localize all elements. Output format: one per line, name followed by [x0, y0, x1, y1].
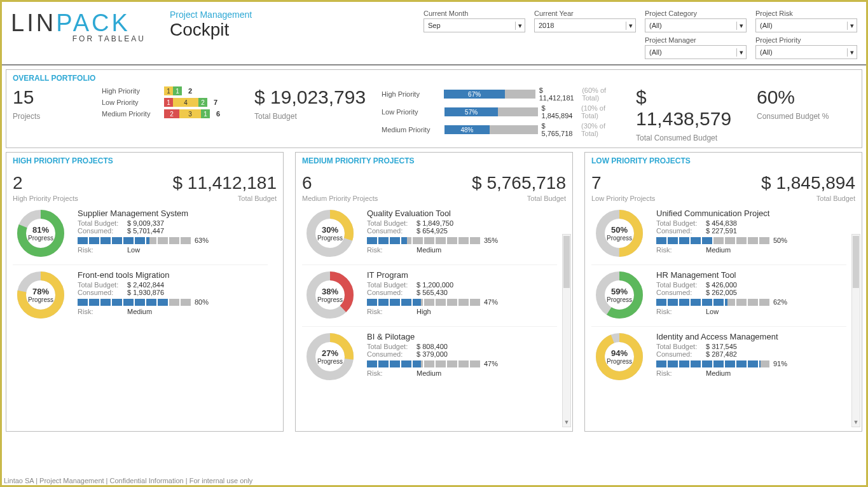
- header: LINPACK FOR TABLEAU Project Management C…: [2, 2, 866, 65]
- filter-dropdown[interactable]: (All)▾: [755, 45, 857, 59]
- overall-title: OVERALL PORTFOLIO: [13, 74, 855, 83]
- scrollbar[interactable]: ▲▼: [851, 234, 860, 427]
- consumed-pct: 35%: [484, 237, 498, 244]
- filter-value: (All): [649, 22, 662, 29]
- chevron-down-icon: ▾: [847, 48, 854, 57]
- consumed-bar: 57%: [444, 107, 537, 116]
- consumed-share: (30% of Total): [581, 122, 623, 137]
- consumed-bar: [656, 360, 771, 367]
- project-name: HR Management Tool: [656, 270, 846, 280]
- filter-label: Project Category: [645, 10, 747, 17]
- project-total-budget: $ 9,009,337: [127, 219, 164, 227]
- project-total-budget: $ 454,838: [706, 219, 737, 227]
- project-consumed: $ 565,430: [417, 289, 448, 296]
- priority-stacked-bar: 231: [164, 109, 210, 118]
- project-list: 81%ProgressSupplier Management SystemTot…: [13, 209, 277, 399]
- title-section: Project Management: [170, 10, 252, 20]
- logo: LINPACK FOR TABLEAU: [11, 10, 163, 43]
- priority-column: LOW PRIORITY PROJECTS7$ 1,845,894Low Pri…: [584, 152, 862, 432]
- priority-total: 6: [216, 110, 220, 118]
- chevron-down-icon: ▾: [736, 48, 743, 57]
- consumed-pct: 62%: [773, 298, 787, 306]
- scroll-down-icon[interactable]: ▼: [563, 418, 570, 427]
- projects-count: 15: [13, 86, 89, 108]
- consumed-share: (10% of Total): [581, 104, 623, 120]
- scroll-thumb[interactable]: [563, 236, 570, 288]
- project-card: 94%ProgressIdentity and Access Managemen…: [591, 326, 846, 381]
- project-name: Supplier Management System: [78, 209, 268, 218]
- filter-dropdown[interactable]: (All)▾: [645, 45, 747, 59]
- project-name: Identity and Access Management: [656, 332, 846, 341]
- progress-donut: 27%Progress: [302, 332, 358, 381]
- progress-donut: 30%Progress: [302, 209, 358, 258]
- project-name: Quality Evaluation Tool: [367, 209, 557, 218]
- scroll-down-icon[interactable]: ▼: [852, 418, 860, 427]
- progress-donut: 81%Progress: [13, 209, 69, 258]
- column-budget-label: Total Budget: [816, 195, 855, 202]
- consumed-bar: [656, 299, 771, 306]
- consumed-bar: [367, 360, 481, 367]
- filter-dropdown[interactable]: Sep▾: [424, 18, 525, 32]
- total-budget-value: $ 19,023,793: [254, 86, 369, 108]
- chevron-down-icon: ▾: [515, 22, 522, 30]
- project-risk: Medium: [706, 246, 731, 254]
- project-risk: High: [417, 308, 431, 315]
- project-name: BI & Pilotage: [367, 332, 557, 341]
- project-risk: Low: [127, 246, 140, 254]
- scroll-thumb[interactable]: [853, 236, 859, 288]
- consumed-bar: [367, 237, 481, 244]
- filter-value: (All): [649, 48, 662, 56]
- filter-dropdown[interactable]: 2018▾: [534, 18, 636, 32]
- footer: Lintao SA | Project Management | Confide…: [4, 477, 252, 484]
- project-card: 27%ProgressBI & PilotageTotal Budget:$ 8…: [302, 326, 557, 381]
- priority-stacked-bar: 11: [164, 86, 182, 95]
- consumed-amount: $ 5,765,718: [542, 122, 578, 137]
- filter-dropdown[interactable]: (All)▾: [755, 18, 857, 32]
- consumed-bar: [78, 299, 192, 306]
- column-budget-label: Total Budget: [238, 195, 277, 202]
- consumed-priority-name: Low Priority: [382, 108, 441, 116]
- consumed-amount: $ 11,412,181: [539, 86, 579, 102]
- column-title: MEDIUM PRIORITY PROJECTS: [302, 156, 566, 165]
- consumed-by-priority: High Priority67%$ 11,412,181 (60% of Tot…: [382, 86, 623, 137]
- project-name: IT Program: [367, 270, 557, 280]
- priority-columns: HIGH PRIORITY PROJECTS2$ 11,412,181High …: [2, 152, 866, 436]
- consumed-bar: [78, 237, 192, 244]
- project-consumed: $ 5,701,447: [127, 227, 164, 235]
- column-count: 6: [302, 173, 312, 193]
- scrollbar[interactable]: ▲▼: [562, 234, 571, 427]
- project-total-budget: $ 1,200,000: [417, 281, 453, 289]
- project-consumed: $ 287,482: [706, 350, 737, 358]
- project-consumed: $ 654,925: [417, 227, 448, 235]
- consumed-bar: 67%: [444, 90, 535, 99]
- project-total-budget: $ 2,402,844: [127, 281, 164, 289]
- priority-column: HIGH PRIORITY PROJECTS2$ 11,412,181High …: [6, 152, 284, 432]
- consumed-amount: $ 1,845,894: [542, 104, 578, 120]
- consumed-pct: 63%: [195, 237, 209, 244]
- project-card: 38%ProgressIT ProgramTotal Budget:$ 1,20…: [302, 264, 557, 320]
- logo-part2: PACK: [56, 10, 130, 36]
- project-total-budget: $ 808,400: [417, 343, 448, 350]
- overall-portfolio-panel: OVERALL PORTFOLIO 15 Projects High Prior…: [6, 69, 862, 148]
- column-count-label: High Priority Projects: [13, 195, 78, 202]
- total-consumed-label: Total Consumed Budget: [636, 134, 744, 142]
- filter-value: 2018: [539, 22, 554, 29]
- project-consumed: $ 262,005: [706, 289, 737, 296]
- project-total-budget: $ 426,000: [706, 281, 737, 289]
- priority-total: 2: [188, 87, 192, 95]
- project-consumed: $ 379,000: [417, 350, 448, 358]
- consumed-pct: 47%: [484, 298, 498, 306]
- consumed-pct: 91%: [773, 360, 787, 367]
- chevron-down-icon: ▾: [736, 22, 743, 30]
- consumed-bar: [367, 299, 481, 306]
- project-consumed: $ 1,930,876: [127, 289, 164, 296]
- chevron-down-icon: ▾: [626, 22, 633, 30]
- project-card: 59%ProgressHR Management ToolTotal Budge…: [591, 264, 846, 320]
- priority-name: Medium Priority: [102, 110, 160, 118]
- column-budget: $ 5,765,718: [472, 173, 566, 193]
- progress-donut: 94%Progress: [591, 332, 647, 381]
- filter-value: (All): [760, 22, 773, 29]
- consumed-pct: 80%: [195, 298, 209, 306]
- progress-donut: 38%Progress: [302, 270, 358, 320]
- filter-dropdown[interactable]: (All)▾: [645, 18, 747, 32]
